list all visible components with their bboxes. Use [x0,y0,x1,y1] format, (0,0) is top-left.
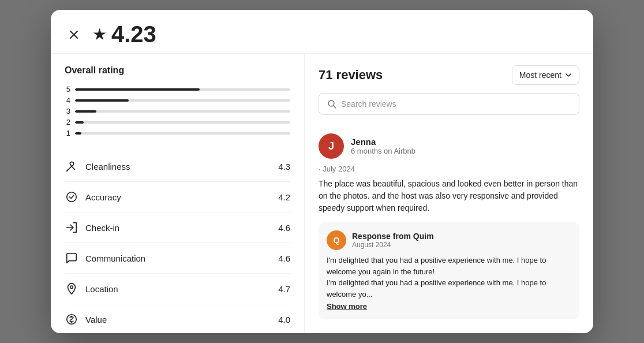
sort-label: Most recent [519,70,561,80]
category-left: Cleanliness [65,159,130,173]
star-bar-row: 4 [65,96,290,105]
value-icon [65,312,78,326]
reviewer-meta-jenna: 6 months on Airbnb [351,147,415,155]
review-item-jenna: J Jenna 6 months on Airbnb · July 2024 T… [319,122,579,331]
category-name: Value [85,315,107,325]
host-info-quim: Response from Quim August 2024 [352,232,434,249]
category-score: 4.0 [278,315,290,325]
reviews-list: J Jenna 6 months on Airbnb · July 2024 T… [305,122,593,333]
bar-fill [75,121,84,124]
bar-fill [75,132,81,135]
category-name: Accuracy [85,192,121,202]
search-input[interactable] [341,99,571,109]
review-item-oscar: O Oscar Monterrey, Mexico [319,331,579,333]
category-left: Location [65,282,118,296]
overall-rating-display: ★ 4.23 [92,21,156,47]
bar-track [75,121,290,124]
category-row-cleanliness: Cleanliness 4.3 [65,151,290,182]
category-score: 4.6 [278,223,290,233]
star-bar-label: 2 [65,118,70,126]
reviewer-name-jenna: Jenna [351,137,415,147]
category-row-accuracy: Accuracy 4.2 [65,182,290,212]
category-left: Accuracy [65,190,121,204]
avatar-jenna: J [319,133,344,159]
host-avatar-quim: Q [327,230,346,250]
response-text-quim: I'm delighted that you had a positive ex… [327,255,571,300]
category-name: Location [85,284,118,294]
category-name: Check-in [85,223,119,233]
category-score: 4.6 [278,253,290,263]
star-bar-label: 5 [65,85,70,94]
category-row-location: Location 4.7 [65,274,290,304]
svg-point-0 [67,192,77,202]
overall-score: 4.23 [111,21,156,47]
category-score: 4.2 [278,192,290,202]
star-icon: ★ [92,25,107,44]
reviews-header: 71 reviews Most recent [305,54,593,122]
location-icon [65,282,78,296]
host-response-header: Q Response from Quim August 2024 [327,230,571,250]
category-score: 4.7 [278,284,290,294]
reviews-modal: ★ 4.23 Overall rating 5 4 3 [51,10,593,333]
svg-line-4 [334,106,336,108]
broom-icon [65,159,78,173]
bar-fill [75,99,129,102]
reviewer-row-jenna: J Jenna 6 months on Airbnb [319,133,579,159]
host-response-jenna: Q Response from Quim August 2024 I'm del… [319,222,579,319]
category-row-communication: Communication 4.6 [65,243,290,274]
svg-point-1 [70,286,73,289]
communication-icon [65,251,78,265]
show-more-button[interactable]: Show more [327,302,367,311]
search-icon [327,99,336,109]
accuracy-icon [65,190,78,204]
reviews-top-row: 71 reviews Most recent [319,65,579,85]
category-name: Communication [85,253,145,263]
review-text-jenna: The place was beautiful, spacious and lo… [319,178,579,214]
bar-track [75,110,290,113]
chevron-down-icon [565,72,572,79]
overall-rating-title: Overall rating [65,65,290,76]
category-left: Value [65,312,107,326]
star-bar-row: 3 [65,107,290,115]
star-bar-label: 4 [65,96,70,105]
reviewer-info-jenna: Jenna 6 months on Airbnb [351,137,415,155]
bar-track [75,99,290,102]
category-left: Check-in [65,221,119,234]
bar-track [75,132,290,135]
category-rows: Cleanliness 4.3 Accuracy 4.2 Check-in 4.… [65,151,290,333]
category-name: Cleanliness [85,162,130,172]
star-bar-row: 2 [65,118,290,126]
modal-overlay: ★ 4.23 Overall rating 5 4 3 [0,0,644,343]
star-bar-label: 1 [65,129,70,137]
category-row-value: Value 4.0 [65,304,290,333]
star-bar-row: 5 [65,85,290,94]
close-button[interactable] [65,25,83,44]
star-bar-label: 3 [65,107,70,115]
sort-button[interactable]: Most recent [512,65,579,85]
modal-header: ★ 4.23 [51,10,593,54]
category-left: Communication [65,251,145,265]
search-box [319,93,579,115]
close-icon [69,30,78,39]
checkin-icon [65,221,78,234]
category-score: 4.3 [278,162,290,172]
response-date-quim: August 2024 [352,241,434,249]
host-name-quim: Response from Quim [352,232,434,241]
star-bars: 5 4 3 2 1 [65,85,290,140]
left-panel: Overall rating 5 4 3 2 [51,54,305,333]
bar-track [75,88,290,91]
bar-fill [75,88,200,91]
modal-body: Overall rating 5 4 3 2 [51,54,593,333]
star-bar-row: 1 [65,129,290,137]
reviews-count: 71 reviews [319,68,383,83]
bar-fill [75,110,96,113]
right-panel: 71 reviews Most recent [305,54,593,333]
category-row-check-in: Check-in 4.6 [65,212,290,243]
review-date-jenna: · July 2024 [319,165,579,173]
